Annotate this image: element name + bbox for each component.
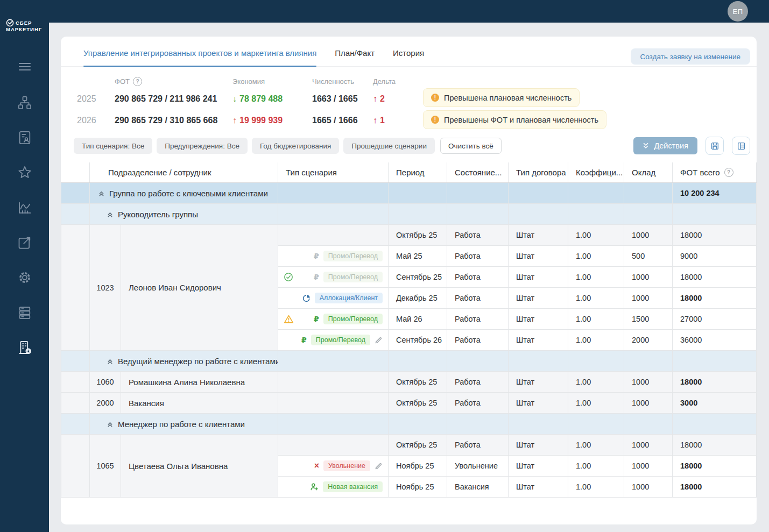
cell-empty: [389, 183, 447, 204]
summary-delta-value: ↑1: [373, 110, 421, 131]
cell-expand: [61, 372, 90, 393]
cell-empty: [389, 351, 447, 372]
cell-period: Сентябрь 26: [389, 330, 447, 351]
group-row[interactable]: Ведущий менеджер по работе с клиентами: [61, 351, 757, 372]
collapse-icon[interactable]: [107, 358, 113, 364]
cell-period: Сентябрь 25: [389, 267, 447, 288]
alert-icon: !: [431, 116, 439, 124]
scenario-row[interactable]: 1023Леонов Иван СидоровичОктябрь 25Работ…: [61, 225, 757, 246]
sidebar-item-compose[interactable]: [16, 234, 33, 251]
group-fot-total: 10 200 234: [673, 183, 757, 204]
sidebar-item-company-settings[interactable]: [16, 339, 33, 356]
cell-contract: Штат: [509, 246, 568, 267]
sidebar-item-analytics-chart[interactable]: [16, 199, 33, 216]
pie-chart-icon: [302, 294, 311, 302]
cell-scenario: [278, 393, 389, 414]
tab-2[interactable]: История: [393, 48, 424, 66]
user-avatar[interactable]: ЕП: [728, 1, 748, 22]
cell-salary: 1000: [624, 393, 673, 414]
group-label: Менеджер по работе с клиентами: [118, 420, 245, 429]
clear-all-button[interactable]: Очистить всё: [440, 138, 502, 154]
cell-expand: [61, 414, 90, 435]
table-header: Подразделение / сотрудникТип сценарияПер…: [61, 162, 757, 183]
cell-contract: Штат: [509, 267, 568, 288]
filter-chip-1[interactable]: Предупреждения: Все: [157, 138, 248, 154]
sidebar-item-org-structure[interactable]: [16, 94, 33, 111]
cell-fot: 18000: [673, 267, 757, 288]
warning-triangle-icon: [284, 314, 294, 324]
group-row[interactable]: Менеджер по работе с клиентами: [61, 414, 757, 435]
edit-pencil-icon[interactable]: [375, 336, 383, 344]
summary-headcount-value: 1665 / 1666: [312, 110, 373, 131]
filter-chip-0[interactable]: Тип сценария: Все: [74, 138, 152, 154]
topbar: [0, 0, 769, 23]
cell-empty: [624, 183, 673, 204]
cell-salary: 1000: [624, 435, 673, 456]
cell-period: Май 26: [389, 309, 447, 330]
group-label-cell: Руководитель группы: [90, 204, 278, 225]
trend-arrow-icon: ↑: [373, 94, 377, 104]
col-fot: ФОТ всего?: [673, 162, 757, 183]
group-row[interactable]: Руководитель группы: [61, 204, 757, 225]
tab-1[interactable]: План/Факт: [335, 48, 375, 66]
compose-icon: [17, 235, 32, 250]
save-view-button[interactable]: [705, 137, 724, 155]
cell-expand: [61, 351, 90, 372]
table-view-button[interactable]: [732, 137, 750, 155]
cell-empty: [568, 204, 624, 225]
scenario-row[interactable]: 1065Цветаева Ольга ИвановнаОктябрь 25Раб…: [61, 435, 757, 456]
sidebar-item-employee-card[interactable]: [16, 129, 33, 146]
employee-id: 1060: [90, 372, 121, 393]
collapse-icon[interactable]: [107, 211, 113, 217]
cell-fot: 18000: [673, 477, 757, 498]
cell-coeff: 1.00: [568, 246, 624, 267]
sidebar-item-data-stack[interactable]: [16, 304, 33, 321]
trend-arrow-icon: ↓: [232, 94, 237, 104]
cell-contract: Штат: [509, 288, 568, 309]
sidebar-item-settings-gear[interactable]: [16, 269, 33, 286]
scenario-badge: Увольнение: [323, 460, 370, 471]
create-request-button[interactable]: Создать заявку на изменение: [631, 48, 751, 65]
scenario-row[interactable]: 2000ВакансияОктябрь 25РаботаШтат1.001000…: [61, 393, 757, 414]
data-stack-icon: [17, 305, 32, 320]
cell-scenario: ₽Промо/Перевод: [278, 309, 389, 330]
filter-chip-3[interactable]: Прошедшие сценарии: [343, 138, 435, 154]
help-icon[interactable]: ?: [724, 168, 733, 177]
sber-logo-icon: [6, 19, 14, 27]
cell-contract: Штат: [509, 372, 568, 393]
collapse-icon[interactable]: [98, 190, 104, 196]
cell-empty: [509, 414, 568, 435]
group-row[interactable]: Группа по работе с ключевыми клиентами10…: [61, 183, 757, 204]
tab-0[interactable]: Управление интегрированных проектов и ма…: [83, 48, 316, 66]
actions-button[interactable]: Действия: [633, 137, 697, 154]
col-period: Период: [389, 162, 447, 183]
cell-state: Работа: [447, 246, 509, 267]
cell-empty: [278, 183, 389, 204]
edit-pencil-icon[interactable]: [375, 462, 383, 470]
help-icon[interactable]: ?: [133, 77, 142, 86]
cell-contract: Штат: [509, 393, 568, 414]
cell-state: Работа: [447, 267, 509, 288]
filter-chip-2[interactable]: Год бюджетирования: [252, 138, 339, 154]
cell-salary: 1000: [624, 225, 673, 246]
cell-state: Работа: [447, 435, 509, 456]
warning-badge: !Превышена плановая численность: [423, 88, 580, 107]
table-grid-icon: [737, 141, 746, 151]
cell-salary: 1500: [624, 309, 673, 330]
cell-empty: [509, 183, 568, 204]
employee-id: 1065: [90, 435, 121, 498]
col-state: Состояние...: [447, 162, 509, 183]
group-label: Ведущий менеджер по работе с клиентами: [118, 357, 278, 366]
cell-expand: [61, 204, 90, 225]
trend-arrow-icon: ↑: [232, 116, 237, 125]
cell-fot: 18000: [673, 372, 757, 393]
cell-state: Работа: [447, 225, 509, 246]
collapse-icon[interactable]: [107, 421, 113, 427]
sidebar-item-favorites-star[interactable]: [16, 164, 33, 181]
sidebar-item-menu[interactable]: [15, 57, 34, 76]
cell-state: Работа: [447, 372, 509, 393]
scenario-row[interactable]: 1060Ромашкина Алина НиколаевнаОктябрь 25…: [61, 372, 757, 393]
col-contract: Тип договора: [509, 162, 568, 183]
tabs-row: Управление интегрированных проектов и ма…: [61, 37, 757, 67]
employee-id: 1023: [90, 225, 121, 351]
